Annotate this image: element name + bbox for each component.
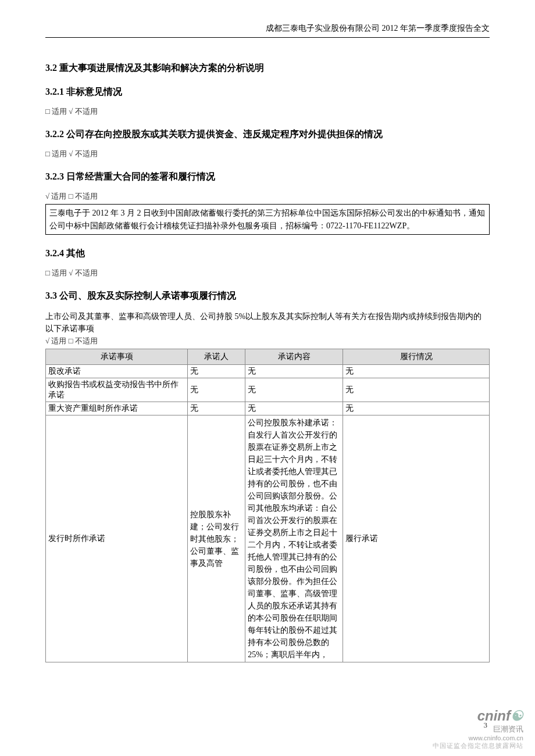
table-row: 收购报告书或权益变动报告书中所作承诺 无 无 无 [46,378,490,402]
cell: 重大资产重组时所作承诺 [46,402,188,415]
cell: 无 [188,378,245,402]
cell: 公司控股股东补建承诺：自发行人首次公开发行的股票在证券交易所上市之日起三十六个月… [245,415,343,662]
cell: 发行时所作承诺 [46,415,188,662]
cell: 无 [343,378,490,402]
commitment-table: 承诺事项 承诺人 承诺内容 履行情况 股改承诺 无 无 无 收购报告书或权益变动… [45,349,490,662]
heading-3-3: 3.3 公司、股东及实际控制人承诺事项履行情况 [45,290,490,302]
cell: 无 [343,365,490,378]
table-header-row: 承诺事项 承诺人 承诺内容 履行情况 [46,349,490,365]
applicable-option: √ 适用 □ 不适用 [45,191,490,202]
logo-subtext: 巨潮资讯 [407,724,523,734]
report-header: 成都三泰电子实业股份有限公司 2012 年第一季度季度报告全文 [45,23,490,38]
applicable-option: √ 适用 □ 不适用 [45,336,490,346]
logo-text: cninf☯ [407,708,523,724]
heading-3-2-4: 3.2.4 其他 [45,248,490,260]
heading-3-2-1: 3.2.1 非标意见情况 [45,86,490,98]
cell: 无 [343,402,490,415]
cell: 无 [245,378,343,402]
col-header: 承诺内容 [245,349,343,365]
col-header: 承诺事项 [46,349,188,365]
applicable-option: □ 适用 √ 不适用 [45,106,490,117]
cell: 无 [245,402,343,415]
table-row: 发行时所作承诺 控股股东补建；公司发行时其他股东；公司董事、监事及高管 公司控股… [46,415,490,662]
col-header: 履行情况 [343,349,490,365]
cell: 无 [245,365,343,378]
applicable-option: □ 适用 √ 不适用 [45,268,490,278]
cell: 履行承诺 [343,415,490,662]
cell: 股改承诺 [46,365,188,378]
contract-box: 三泰电子于 2012 年 3 月 2 日收到中国邮政储蓄银行委托的第三方招标单位… [45,204,490,235]
heading-3-2-3: 3.2.3 日常经营重大合同的签署和履行情况 [45,171,490,183]
cninfo-watermark: cninf☯ 巨潮资讯 www.cninfo.com.cn 中国证监会指定信息披… [407,708,523,750]
cell: 无 [188,365,245,378]
cell: 控股股东补建；公司发行时其他股东；公司董事、监事及高管 [188,415,245,662]
table-row: 重大资产重组时所作承诺 无 无 无 [46,402,490,415]
cell: 收购报告书或权益变动报告书中所作承诺 [46,378,188,402]
logo-fineprint: 中国证监会指定信息披露网站 [407,741,523,750]
col-header: 承诺人 [188,349,245,365]
heading-3-2: 3.2 重大事项进展情况及其影响和解决方案的分析说明 [45,62,490,74]
heading-3-2-2: 3.2.2 公司存在向控股股东或其关联方提供资金、违反规定程序对外提供担保的情况 [45,128,490,141]
logo-url: www.cninfo.com.cn [407,734,523,741]
cell: 无 [188,402,245,415]
applicable-option: □ 适用 √ 不适用 [45,149,490,159]
section-intro: 上市公司及其董事、监事和高级管理人员、公司持股 5%以上股东及其实际控制人等有关… [45,310,490,335]
table-row: 股改承诺 无 无 无 [46,365,490,378]
